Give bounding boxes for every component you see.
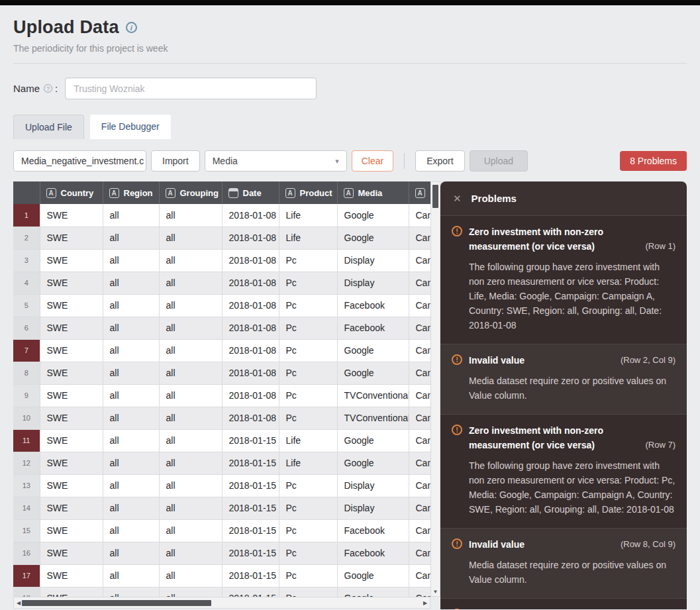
table-cell[interactable]: TVConventional [337, 407, 409, 429]
table-cell[interactable]: all [103, 497, 159, 519]
table-cell[interactable]: all [103, 362, 159, 384]
table-cell[interactable]: all [103, 519, 159, 542]
table-cell[interactable]: Pc [279, 564, 337, 587]
table-cell[interactable]: Pc [279, 317, 337, 339]
table-cell[interactable]: Cam [409, 227, 430, 249]
table-cell[interactable]: 2018-01-15 [222, 542, 279, 564]
table-row[interactable]: 11SWEallall2018-01-15LifeGoogleCam [13, 429, 430, 452]
table-cell[interactable]: all [159, 249, 222, 272]
table-cell[interactable]: SWE [40, 362, 103, 384]
scroll-down-arrow-icon[interactable]: ▼ [431, 589, 440, 595]
problem-item[interactable]: !Zero investment with non-zero measureme… [440, 414, 687, 528]
table-cell[interactable]: Life [279, 204, 337, 227]
vertical-scrollbar-thumb[interactable] [432, 185, 438, 208]
name-input[interactable] [65, 77, 317, 99]
table-row[interactable]: 5SWEallall2018-01-08PcFacebookCam [13, 294, 430, 317]
table-cell[interactable]: 2018-01-08 [222, 362, 279, 384]
table-cell[interactable]: all [159, 294, 222, 317]
table-cell[interactable]: all [159, 497, 222, 519]
table-cell[interactable]: Pc [279, 294, 337, 317]
table-cell[interactable]: Pc [279, 587, 337, 597]
table-cell[interactable]: 2018-01-08 [222, 294, 279, 317]
table-cell[interactable]: Cam [409, 339, 430, 362]
problem-item[interactable]: !Invalid value(Row 2, Col 9)Media datase… [440, 344, 687, 414]
table-row[interactable]: 3SWEallall2018-01-08PcDisplayCam [13, 249, 430, 272]
table-cell[interactable]: 2018-01-08 [222, 204, 279, 227]
column-header-date[interactable]: Date [222, 181, 279, 204]
table-cell[interactable]: all [159, 474, 222, 497]
clear-button[interactable]: Clear [352, 150, 393, 172]
table-cell[interactable]: Life [279, 429, 337, 452]
table-cell[interactable]: Facebook [337, 519, 409, 542]
table-cell[interactable]: Cam [409, 474, 430, 497]
table-cell[interactable]: SWE [40, 407, 103, 429]
table-cell[interactable]: Cam [409, 452, 430, 474]
table-cell[interactable]: SWE [40, 384, 103, 407]
column-header-grouping[interactable]: AGrouping [159, 181, 222, 204]
table-cell[interactable]: Facebook [337, 294, 409, 317]
table-cell[interactable]: Pc [279, 384, 337, 407]
table-row[interactable]: 14SWEallall2018-01-15PcDisplayCam [13, 497, 430, 519]
table-cell[interactable]: SWE [40, 542, 103, 564]
table-cell[interactable]: Pc [279, 339, 337, 362]
table-cell[interactable]: all [103, 587, 159, 597]
close-icon[interactable]: ✕ [453, 193, 462, 205]
table-cell[interactable]: all [159, 227, 222, 249]
table-cell[interactable]: 2018-01-08 [222, 407, 279, 429]
column-header-media[interactable]: AMedia [337, 181, 409, 204]
table-cell[interactable]: all [159, 519, 222, 542]
table-row[interactable]: 13SWEallall2018-01-15PcDisplayCam [13, 474, 430, 497]
table-cell[interactable]: Pc [279, 362, 337, 384]
table-cell[interactable]: all [103, 227, 159, 249]
table-cell[interactable]: all [159, 384, 222, 407]
table-cell[interactable]: all [103, 564, 159, 587]
table-cell[interactable]: SWE [40, 339, 103, 362]
table-row[interactable]: 15SWEallall2018-01-15PcFacebookCam [13, 519, 430, 542]
table-cell[interactable]: all [103, 407, 159, 429]
table-cell[interactable]: 2018-01-15 [222, 429, 279, 452]
table-cell[interactable]: all [103, 339, 159, 362]
table-cell[interactable]: Facebook [337, 542, 409, 564]
table-cell[interactable]: Life [279, 452, 337, 474]
table-row[interactable]: 18SWEallall2018-01-15PcGoogleCam [13, 587, 430, 597]
table-cell[interactable]: all [159, 587, 222, 597]
table-cell[interactable]: SWE [40, 272, 103, 294]
table-cell[interactable]: Pc [279, 407, 337, 429]
table-cell[interactable]: 2018-01-15 [222, 564, 279, 587]
table-cell[interactable]: Facebook [337, 317, 409, 339]
table-cell[interactable]: 2018-01-08 [222, 272, 279, 294]
table-cell[interactable]: all [159, 452, 222, 474]
file-name-field[interactable]: Media_negative_investment.c [13, 150, 146, 172]
table-cell[interactable]: Google [337, 362, 409, 384]
table-cell[interactable]: all [103, 452, 159, 474]
table-cell[interactable]: Cam [409, 249, 430, 272]
tab-upload-file[interactable]: Upload File [13, 115, 84, 139]
table-row[interactable]: 12SWEallall2018-01-15LifeGoogleCam [13, 452, 430, 474]
table-cell[interactable]: 2018-01-08 [222, 249, 279, 272]
table-cell[interactable]: 2018-01-08 [222, 317, 279, 339]
table-cell[interactable]: Pc [279, 542, 337, 564]
table-row[interactable]: 10SWEallall2018-01-08PcTVConventionalCam [13, 407, 430, 429]
table-cell[interactable]: all [103, 272, 159, 294]
table-cell[interactable]: Pc [279, 272, 337, 294]
table-row[interactable]: 2SWEallall2018-01-08LifeGoogleCam [13, 227, 430, 249]
table-cell[interactable]: 2018-01-15 [222, 519, 279, 542]
table-cell[interactable]: Google [337, 227, 409, 249]
table-cell[interactable]: 2018-01-15 [222, 474, 279, 497]
vertical-scrollbar[interactable]: ▼ [430, 181, 440, 597]
column-header-product[interactable]: AProduct [279, 181, 337, 204]
table-cell[interactable]: SWE [40, 294, 103, 317]
table-cell[interactable]: all [103, 294, 159, 317]
table-cell[interactable]: Cam [409, 542, 430, 564]
table-cell[interactable]: all [159, 272, 222, 294]
table-cell[interactable]: Google [337, 204, 409, 227]
table-cell[interactable]: TVConventional [337, 384, 409, 407]
table-cell[interactable]: Cam [409, 429, 430, 452]
table-cell[interactable]: Cam [409, 384, 430, 407]
table-cell[interactable]: Pc [279, 519, 337, 542]
help-icon[interactable]: ? [44, 84, 52, 93]
info-icon[interactable]: i [126, 22, 137, 33]
horizontal-scrollbar[interactable]: ◀ ▶ [13, 597, 430, 609]
table-cell[interactable]: Cam [409, 272, 430, 294]
table-cell[interactable]: Cam [409, 204, 430, 227]
